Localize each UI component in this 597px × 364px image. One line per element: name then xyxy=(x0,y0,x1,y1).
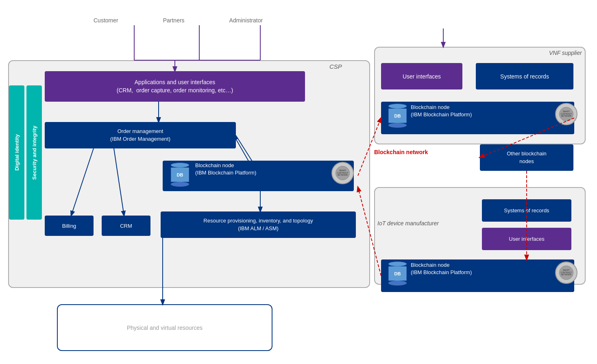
smart-contract-iot: SMART CONTRACTNETWORK xyxy=(555,262,577,286)
sidebar-security-label: Security and integrity xyxy=(31,126,37,180)
db-iot-top xyxy=(388,262,407,266)
db-vnf-top xyxy=(388,104,407,109)
db-iot-bottom xyxy=(388,281,407,286)
vnf-user-interfaces-box: User interfaces xyxy=(381,63,462,89)
crm-label: CRM xyxy=(120,223,132,229)
other-blockchain-nodes-box: Other blockchainnodes xyxy=(480,144,573,171)
sidebar-security-integrity: Security and integrity xyxy=(26,85,42,220)
iot-label-text: IoT device manufacturer xyxy=(377,220,439,227)
physical-resources-box: Physical and virtual resources xyxy=(57,304,272,351)
db-top xyxy=(171,163,189,168)
vnf-systems-of-records-label: Systems of records xyxy=(500,73,549,80)
db-iot-body: DB xyxy=(388,266,407,281)
diagram-container: Customer Partners Administrator CSP Digi… xyxy=(0,0,597,364)
crm-box: CRM xyxy=(102,216,150,236)
blockchain-csp-text: Blockchain node(IBM Blockchain Platform) xyxy=(195,162,256,177)
sc-inner-csp: SMART CONTRACTNETWORK xyxy=(336,166,350,180)
db-vnf: DB xyxy=(386,104,409,128)
applications-box: Applications and user interfaces(CRM, or… xyxy=(45,71,305,102)
vnf-label: VNF supplier xyxy=(549,50,582,56)
resource-provisioning-box: Resource provisioning, inventory, and to… xyxy=(161,211,356,238)
smart-contract-vnf: SMART CONTRACTNETWORK xyxy=(555,103,577,127)
blockchain-network-text: Blockchain network xyxy=(374,149,428,155)
iot-user-interfaces-box: User interfaces xyxy=(482,228,571,250)
actor-partners: Partners xyxy=(163,17,185,24)
sidebar-digital-label: Digital identity xyxy=(14,134,20,171)
iot-systems-of-records-box: Systems of records xyxy=(482,199,571,222)
blockchain-network-label: Blockchain network xyxy=(374,148,428,156)
sc-inner-iot: SMART CONTRACTNETWORK xyxy=(559,266,573,280)
actors-row: Customer Partners Administrator xyxy=(94,17,263,24)
csp-label: CSP xyxy=(329,63,342,70)
vnf-blockchain-text: Blockchain node(IBM Blockchain Platform) xyxy=(411,104,472,118)
db-bottom xyxy=(171,182,189,187)
order-management-box: Order management(IBM Order Management) xyxy=(45,122,236,148)
order-management-label: Order management(IBM Order Management) xyxy=(110,128,170,142)
sc-inner-vnf: SMART CONTRACTNETWORK xyxy=(559,107,573,121)
other-blockchain-nodes-label: Other blockchainnodes xyxy=(507,150,547,165)
resource-provisioning-label: Resource provisioning, inventory, and to… xyxy=(203,217,313,232)
vnf-user-interfaces-label: User interfaces xyxy=(403,73,441,80)
db-body: DB xyxy=(171,168,189,182)
db-csp: DB xyxy=(169,163,191,187)
billing-box: Billing xyxy=(45,216,94,236)
actor-customer: Customer xyxy=(94,17,118,24)
iot-blockchain-box xyxy=(381,259,574,292)
applications-label: Applications and user interfaces(CRM, or… xyxy=(117,78,233,94)
iot-label: IoT device manufacturer xyxy=(377,220,439,227)
iot-blockchain-text: Blockchain node(IBM Blockchain Platform) xyxy=(411,262,472,276)
blockchain-csp-box xyxy=(163,161,354,191)
db-iot: DB xyxy=(386,262,409,286)
db-vnf-bottom xyxy=(388,123,407,128)
sidebar-digital-identity: Digital identity xyxy=(9,85,24,220)
actor-administrator: Administrator xyxy=(229,17,263,24)
iot-user-interfaces-label: User interfaces xyxy=(509,236,544,242)
physical-resources-label: Physical and virtual resources xyxy=(127,325,203,331)
smart-contract-csp: SMART CONTRACTNETWORK xyxy=(331,162,356,186)
vnf-systems-of-records-box: Systems of records xyxy=(476,63,573,89)
vnf-blockchain-box xyxy=(381,102,574,134)
iot-systems-of-records-label: Systems of records xyxy=(504,207,549,214)
db-vnf-body: DB xyxy=(388,109,407,123)
billing-label: Billing xyxy=(62,223,76,229)
